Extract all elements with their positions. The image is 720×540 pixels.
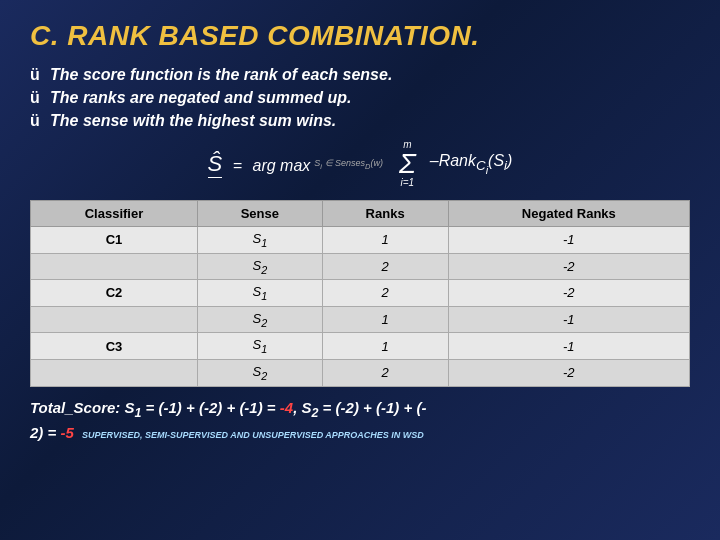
footnote: SUPERVISED, SEMI-SUPERVISED AND UNSUPERV… [82, 430, 424, 440]
cell-sense: S2 [198, 253, 323, 280]
bullet-3: The sense with the highest sum wins. [30, 112, 690, 130]
cell-negated: -2 [448, 359, 689, 386]
col-header-sense: Sense [198, 201, 323, 227]
table-row: C3S11-1 [31, 333, 690, 360]
col-header-classifier: Classifier [31, 201, 198, 227]
table-header: Classifier Sense Ranks Negated Ranks [31, 201, 690, 227]
total-score-line1: Total_Score: S1 = (-1) + (-2) + (-1) = -… [30, 399, 426, 416]
cell-rank: 1 [322, 306, 448, 333]
highlight-s1: -4 [280, 399, 293, 416]
table-row: S22-2 [31, 253, 690, 280]
table-container: Classifier Sense Ranks Negated Ranks C1S… [30, 200, 690, 387]
cell-classifier: C1 [31, 227, 198, 254]
formula-rhs: –RankCi(Si) [430, 152, 513, 176]
formula: Ŝ = arg max Si ∈ SensesD(w) m Σ i=1 –Ran… [208, 140, 513, 188]
cell-rank: 1 [322, 333, 448, 360]
cell-sense: S2 [198, 359, 323, 386]
formula-area: Ŝ = arg max Si ∈ SensesD(w) m Σ i=1 –Ran… [30, 140, 690, 188]
bullet-2: The ranks are negated and summed up. [30, 89, 690, 107]
total-score-line2: 2) = -5 SUPERVISED, SEMI-SUPERVISED AND … [30, 424, 424, 441]
cell-negated: -1 [448, 333, 689, 360]
cell-rank: 2 [322, 280, 448, 307]
table-row: C2S12-2 [31, 280, 690, 307]
table-row: S21-1 [31, 306, 690, 333]
cell-negated: -2 [448, 253, 689, 280]
cell-classifier [31, 306, 198, 333]
formula-lhs: Ŝ = arg max [208, 151, 311, 177]
col-header-ranks: Ranks [322, 201, 448, 227]
cell-sense: S1 [198, 280, 323, 307]
cell-classifier [31, 253, 198, 280]
cell-classifier: C3 [31, 333, 198, 360]
sigma: m Σ i=1 [399, 140, 416, 188]
cell-rank: 2 [322, 359, 448, 386]
cell-rank: 2 [322, 253, 448, 280]
total-score: Total_Score: S1 = (-1) + (-2) + (-1) = -… [30, 397, 690, 444]
cell-sense: S1 [198, 227, 323, 254]
cell-classifier [31, 359, 198, 386]
cell-negated: -2 [448, 280, 689, 307]
bullet-list: The score function is the rank of each s… [30, 66, 690, 130]
table-row: C1S11-1 [31, 227, 690, 254]
cell-negated: -1 [448, 227, 689, 254]
cell-rank: 1 [322, 227, 448, 254]
col-header-negated: Negated Ranks [448, 201, 689, 227]
cell-negated: -1 [448, 306, 689, 333]
slide: C. RANK BASED COMBINATION. The score fun… [0, 0, 720, 540]
bullet-1: The score function is the rank of each s… [30, 66, 690, 84]
highlight-s2: -5 [60, 424, 73, 441]
slide-title: C. RANK BASED COMBINATION. [30, 20, 690, 52]
table-row: S22-2 [31, 359, 690, 386]
cell-sense: S1 [198, 333, 323, 360]
formula-subscript: Si ∈ SensesD(w) [314, 158, 383, 171]
table-body: C1S11-1S22-2C2S12-2S21-1C3S11-1S22-2 [31, 227, 690, 387]
cell-sense: S2 [198, 306, 323, 333]
ranks-table: Classifier Sense Ranks Negated Ranks C1S… [30, 200, 690, 387]
cell-classifier: C2 [31, 280, 198, 307]
